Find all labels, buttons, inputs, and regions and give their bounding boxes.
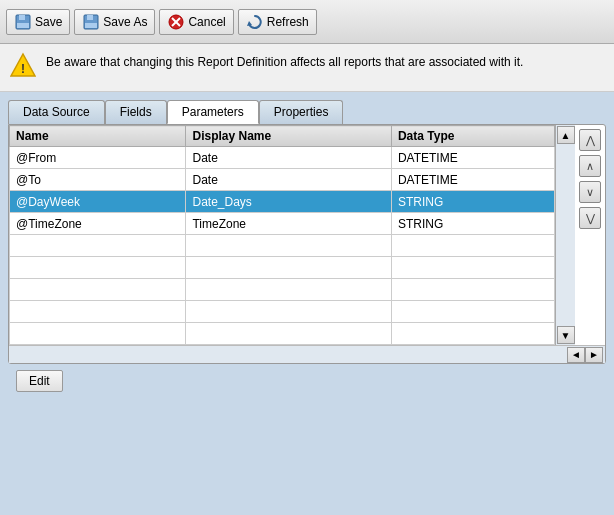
scroll-down-btn[interactable]: ▼: [557, 326, 575, 344]
warning-text: Be aware that changing this Report Defin…: [46, 52, 523, 71]
table-row-empty: [10, 301, 555, 323]
save-button[interactable]: Save: [6, 9, 70, 35]
main-content: Data Source Fields Parameters Properties…: [0, 92, 614, 406]
tab-parameters[interactable]: Parameters: [167, 100, 259, 124]
table-row[interactable]: @FromDateDATETIME: [10, 147, 555, 169]
svg-rect-5: [85, 23, 97, 28]
tab-bar: Data Source Fields Parameters Properties: [8, 100, 606, 124]
save-as-button[interactable]: Save As: [74, 9, 155, 35]
nav-up-btn[interactable]: ∧: [579, 155, 601, 177]
save-as-label: Save As: [103, 15, 147, 29]
params-table-wrap: Name Display Name Data Type @FromDateDAT…: [9, 125, 555, 345]
toolbar: Save Save As Cancel Refres: [0, 0, 614, 44]
col-header-display-name: Display Name: [186, 126, 391, 147]
col-header-name: Name: [10, 126, 186, 147]
tab-fields[interactable]: Fields: [105, 100, 167, 124]
params-container: Name Display Name Data Type @FromDateDAT…: [9, 125, 605, 345]
edit-area: Edit: [8, 364, 606, 398]
scroll-up-btn[interactable]: ▲: [557, 126, 575, 144]
svg-text:!: !: [21, 62, 25, 76]
table-row-empty: [10, 279, 555, 301]
nav-bottom-btn[interactable]: ⋁: [579, 207, 601, 229]
params-table: Name Display Name Data Type @FromDateDAT…: [9, 125, 555, 345]
table-row[interactable]: @ToDateDATETIME: [10, 169, 555, 191]
refresh-button[interactable]: Refresh: [238, 9, 317, 35]
table-row-empty: [10, 235, 555, 257]
save-icon: [14, 13, 32, 31]
vertical-scrollbar[interactable]: ▲ ▼: [555, 125, 575, 345]
cancel-button[interactable]: Cancel: [159, 9, 233, 35]
svg-rect-1: [19, 15, 25, 20]
cancel-label: Cancel: [188, 15, 225, 29]
refresh-icon: [246, 13, 264, 31]
svg-rect-4: [87, 15, 93, 20]
refresh-label: Refresh: [267, 15, 309, 29]
cancel-icon: [167, 13, 185, 31]
svg-marker-9: [247, 21, 252, 26]
tab-panel-parameters: Name Display Name Data Type @FromDateDAT…: [8, 124, 606, 364]
warning-icon: !: [10, 52, 36, 78]
tab-data-source[interactable]: Data Source: [8, 100, 105, 124]
tab-properties[interactable]: Properties: [259, 100, 344, 124]
nav-down-btn[interactable]: ∨: [579, 181, 601, 203]
table-row[interactable]: @DayWeekDate_DaysSTRING: [10, 191, 555, 213]
hscroll-right-btn[interactable]: ►: [585, 347, 603, 363]
nav-arrows: ⋀ ∧ ∨ ⋁: [575, 125, 605, 345]
nav-top-btn[interactable]: ⋀: [579, 129, 601, 151]
save-as-icon: [82, 13, 100, 31]
hscroll-left-btn[interactable]: ◄: [567, 347, 585, 363]
save-label: Save: [35, 15, 62, 29]
warning-bar: ! Be aware that changing this Report Def…: [0, 44, 614, 92]
edit-button[interactable]: Edit: [16, 370, 63, 392]
table-row[interactable]: @TimeZoneTimeZoneSTRING: [10, 213, 555, 235]
svg-rect-2: [17, 23, 29, 28]
table-row-empty: [10, 257, 555, 279]
col-header-data-type: Data Type: [391, 126, 554, 147]
horizontal-scrollbar[interactable]: ◄ ►: [9, 345, 605, 363]
table-row-empty: [10, 323, 555, 345]
